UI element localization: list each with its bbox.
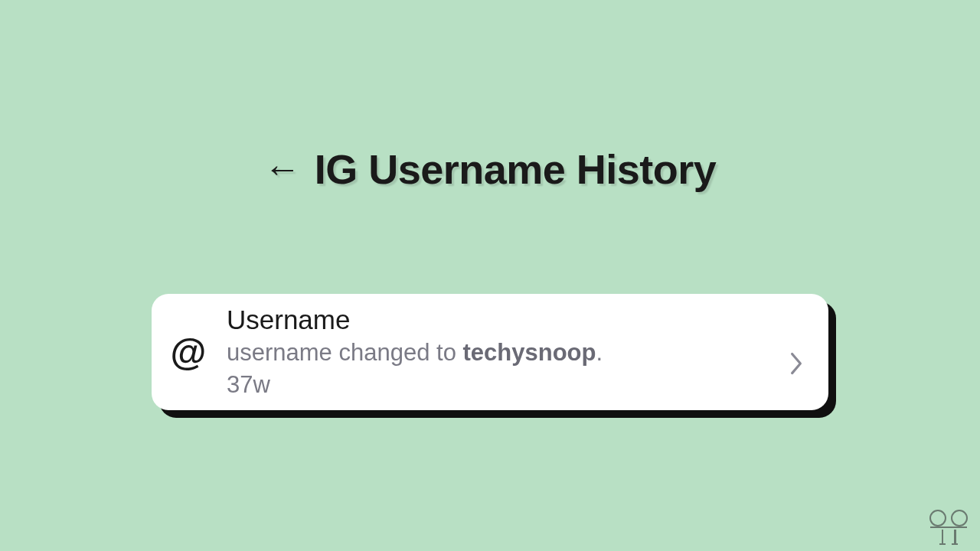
chevron-right-icon [786, 353, 807, 374]
footer-decoration [929, 510, 968, 544]
card-title: Username [227, 303, 786, 337]
deco-leg [942, 530, 944, 543]
card-content: Username username changed to techysnoop.… [213, 303, 786, 400]
card-timestamp: 37w [227, 369, 786, 401]
at-icon: @ [164, 331, 213, 373]
username-value: techysnoop [463, 339, 596, 366]
deco-bar [930, 527, 967, 529]
desc-prefix: username changed to [227, 339, 463, 366]
card-description: username changed to techysnoop. [227, 337, 786, 369]
username-history-card[interactable]: @ Username username changed to techysnoo… [152, 294, 828, 410]
deco-leg [954, 530, 956, 543]
back-arrow-icon[interactable]: ← [264, 151, 301, 187]
desc-suffix: . [596, 339, 603, 366]
deco-circle-icon [929, 510, 946, 527]
page-title: IG Username History [315, 145, 717, 193]
page-header: ← IG Username History [0, 0, 980, 193]
deco-circle-icon [951, 510, 968, 527]
